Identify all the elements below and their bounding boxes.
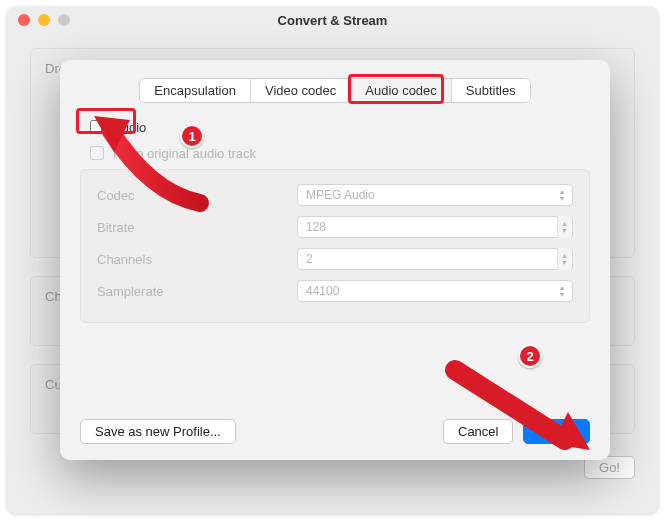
button-bar: Save as new Profile... Cancel Apply	[80, 419, 590, 444]
cancel-button[interactable]: Cancel	[443, 419, 513, 444]
samplerate-select[interactable]: 44100 ▲▼	[297, 280, 573, 302]
tab-bar: Encapsulation Video codec Audio codec Su…	[80, 78, 590, 103]
samplerate-value: 44100	[306, 284, 339, 298]
zoom-icon	[58, 14, 70, 26]
samplerate-label: Samplerate	[97, 284, 297, 299]
close-icon[interactable]	[18, 14, 30, 26]
bitrate-value: 128	[306, 220, 326, 234]
audio-checkbox-label: Audio	[113, 120, 146, 135]
titlebar: Convert & Stream	[6, 6, 659, 34]
channels-stepper[interactable]: 2 ▲▼	[297, 248, 573, 270]
bitrate-label: Bitrate	[97, 220, 297, 235]
window-title: Convert & Stream	[6, 13, 659, 28]
audio-checkbox-row: Audio	[86, 117, 590, 137]
codec-value: MPEG Audio	[306, 188, 375, 202]
keep-original-label: Keep original audio track	[113, 146, 256, 161]
stepper-icon: ▲▼	[557, 216, 571, 238]
channels-label: Channels	[97, 252, 297, 267]
stepper-icon: ▲▼	[557, 248, 571, 270]
tab-video-codec[interactable]: Video codec	[251, 79, 351, 102]
bitrate-stepper[interactable]: 128 ▲▼	[297, 216, 573, 238]
tab-audio-codec[interactable]: Audio codec	[351, 79, 452, 102]
traffic-lights	[6, 14, 70, 26]
audio-settings-form: Codec MPEG Audio ▲▼ Bitrate 128 ▲▼ Chann…	[80, 169, 590, 323]
tab-encapsulation[interactable]: Encapsulation	[140, 79, 251, 102]
keep-original-row: Keep original audio track	[86, 143, 590, 163]
audio-checkbox[interactable]	[90, 120, 104, 134]
codec-select[interactable]: MPEG Audio ▲▼	[297, 184, 573, 206]
profile-editor-sheet: Encapsulation Video codec Audio codec Su…	[60, 60, 610, 460]
chevron-up-down-icon: ▲▼	[555, 280, 569, 302]
save-as-new-profile-button[interactable]: Save as new Profile...	[80, 419, 236, 444]
chevron-up-down-icon: ▲▼	[555, 184, 569, 206]
codec-label: Codec	[97, 188, 297, 203]
channels-value: 2	[306, 252, 313, 266]
keep-original-checkbox	[90, 146, 104, 160]
tab-subtitles[interactable]: Subtitles	[452, 79, 530, 102]
minimize-icon[interactable]	[38, 14, 50, 26]
apply-button[interactable]: Apply	[523, 419, 590, 444]
